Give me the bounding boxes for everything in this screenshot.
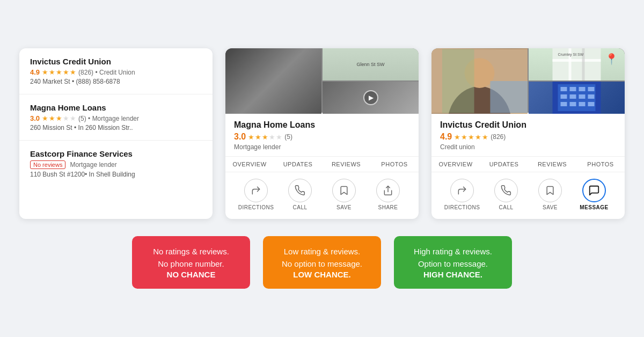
svg-rect-21: [561, 102, 567, 106]
label-low-chance: Low rating & reviews. No option to messa…: [263, 236, 381, 289]
svg-rect-19: [579, 94, 586, 99]
star-1-1: ★: [42, 68, 48, 76]
tab-overview-3[interactable]: OVERVIEW: [431, 157, 480, 172]
directions-label-3: DIRECTIONS: [444, 204, 480, 210]
svg-rect-16: [588, 87, 595, 91]
save-label-2: SAVE: [336, 204, 352, 210]
rating-number-1: 4.9: [30, 68, 40, 76]
image-main-3: [431, 48, 528, 114]
svg-rect-5: [490, 81, 528, 113]
svg-rect-7: [553, 59, 601, 62]
save-icon-2: [332, 179, 356, 202]
detail-type-2: Mortgage lender: [234, 143, 410, 151]
svg-rect-17: [561, 94, 567, 99]
call-icon-3: [494, 179, 518, 202]
actions-row-2: DIRECTIONS CALL SAVE: [234, 172, 410, 219]
tab-photos-3[interactable]: PHOTOS: [576, 157, 625, 172]
label-bold-2: LOW CHANCE.: [274, 270, 370, 279]
star-1-4: ★: [63, 68, 69, 76]
tab-reviews-2[interactable]: REVIEWS: [322, 157, 370, 172]
directions-button-3[interactable]: DIRECTIONS: [440, 179, 484, 210]
share-label-2: SHARE: [378, 204, 398, 210]
label-line-3-1: High rating & reviews.: [405, 246, 501, 258]
card-list: Invictus Credit Union 4.9 ★ ★ ★ ★ ★ (826…: [19, 48, 213, 219]
image-bottom-2: ▶: [323, 82, 419, 114]
detail-stars-3: ★ ★ ★ ★ ★: [454, 133, 488, 141]
tab-reviews-3[interactable]: REVIEWS: [528, 157, 576, 172]
call-icon-2: [288, 179, 312, 202]
directions-icon-2: [244, 179, 268, 202]
image-top-3: Crumley St SW 📍: [529, 48, 625, 80]
tab-updates-3[interactable]: UPDATES: [480, 157, 528, 172]
map-image-3: Crumley St SW 📍: [529, 48, 625, 80]
save-button-3[interactable]: SAVE: [528, 179, 572, 210]
street-map-image: Glenn St SW: [323, 48, 419, 80]
detail-type-3: Credit union: [440, 143, 616, 151]
review-count-2: (5) • Mortgage lender: [78, 115, 139, 122]
share-button-2[interactable]: SHARE: [366, 179, 410, 210]
address-3: 110 Bush St #1200• In Shell Building: [30, 171, 202, 178]
street-main-image: [225, 48, 321, 114]
business-type-3: Mortgage lender: [70, 161, 116, 169]
stars-2: ★ ★ ★ ★ ★: [42, 114, 76, 122]
share-icon-2: [376, 179, 400, 202]
no-reviews-badge[interactable]: No reviews: [30, 160, 65, 169]
label-bold-3: HIGH CHANCE.: [405, 270, 501, 279]
label-line-2-2: No option to message.: [274, 258, 370, 270]
play-button[interactable]: ▶: [363, 90, 378, 105]
svg-rect-24: [588, 102, 595, 106]
call-button-2[interactable]: CALL: [278, 179, 322, 210]
svg-rect-22: [570, 102, 576, 106]
message-button-3[interactable]: MESSAGE: [572, 179, 616, 210]
business-name-1: Invictus Credit Union: [30, 57, 202, 66]
labels-row: No ratings & reviews. No phone number. N…: [11, 236, 633, 289]
star-2-3: ★: [56, 114, 62, 122]
cards-row: Invictus Credit Union 4.9 ★ ★ ★ ★ ★ (826…: [11, 48, 633, 219]
detail-stars-2: ★ ★ ★ ★ ★: [248, 133, 282, 141]
business-name-3: Eastcorp Finance Services: [30, 149, 202, 158]
label-line-2-1: Low rating & reviews.: [274, 246, 370, 258]
tab-photos-2[interactable]: PHOTOS: [370, 157, 419, 172]
detail-rating-row-3: 4.9 ★ ★ ★ ★ ★ (826): [440, 132, 616, 142]
star-2-5: ★: [70, 114, 76, 122]
svg-text:Crumley St SW: Crumley St SW: [558, 53, 584, 57]
list-item-3: Eastcorp Finance Services No reviews Mor…: [19, 141, 213, 187]
save-button-2[interactable]: SAVE: [322, 179, 366, 210]
star-2-4: ★: [63, 114, 69, 122]
label-line-3-2: Option to message.: [405, 258, 501, 270]
actions-row-3: DIRECTIONS CALL SAVE: [440, 172, 616, 219]
tab-overview-2[interactable]: OVERVIEW: [225, 157, 274, 172]
label-high-chance: High rating & reviews. Option to message…: [394, 236, 512, 289]
label-bold-1: NO CHANCE: [143, 270, 239, 279]
directions-button-2[interactable]: DIRECTIONS: [234, 179, 278, 210]
svg-rect-14: [570, 87, 576, 91]
tabs-row-3: OVERVIEW UPDATES REVIEWS PHOTOS: [431, 156, 625, 172]
star-2-2: ★: [49, 114, 55, 122]
rating-row-3: No reviews Mortgage lender: [30, 160, 202, 169]
detail-rating-2: 3.0: [234, 132, 246, 142]
review-count-1: (826) • Credit Union: [78, 69, 135, 76]
image-top-2: Glenn St SW: [323, 48, 419, 80]
card-detail-2: Glenn St SW ▶ Magna Home Loans 3.0 ★ ★ ★…: [225, 48, 419, 219]
tabs-row-2: OVERVIEW UPDATES REVIEWS PHOTOS: [225, 156, 419, 172]
label-line-1-1: No ratings & reviews.: [143, 246, 239, 258]
star-1-2: ★: [49, 68, 55, 76]
address-1: 240 Market St • (888) 858-6878: [30, 78, 202, 85]
card-detail-body-2: Magna Home Loans 3.0 ★ ★ ★ ★ ★ (5) Mortg…: [225, 113, 419, 219]
card-detail-3: Crumley St SW 📍: [431, 48, 625, 219]
image-bottom-3: [529, 82, 625, 114]
rating-row-2: 3.0 ★ ★ ★ ★ ★ (5) • Mortgage lender: [30, 114, 202, 122]
tab-updates-2[interactable]: UPDATES: [274, 157, 322, 172]
rating-row-1: 4.9 ★ ★ ★ ★ ★ (826) • Credit Union: [30, 68, 202, 76]
save-icon-3: [538, 179, 562, 202]
map-pin-icon: 📍: [605, 53, 618, 65]
svg-rect-4: [442, 49, 474, 113]
list-item-2: Magna Home Loans 3.0 ★ ★ ★ ★ ★ (5) • Mor…: [19, 94, 213, 141]
star-2-1: ★: [42, 114, 48, 122]
card-images-2: Glenn St SW ▶: [225, 48, 419, 113]
office-image: [431, 48, 528, 114]
office-svg: [431, 48, 528, 114]
svg-rect-13: [561, 87, 567, 91]
detail-rating-row-2: 3.0 ★ ★ ★ ★ ★ (5): [234, 132, 410, 142]
call-button-3[interactable]: CALL: [484, 179, 528, 210]
